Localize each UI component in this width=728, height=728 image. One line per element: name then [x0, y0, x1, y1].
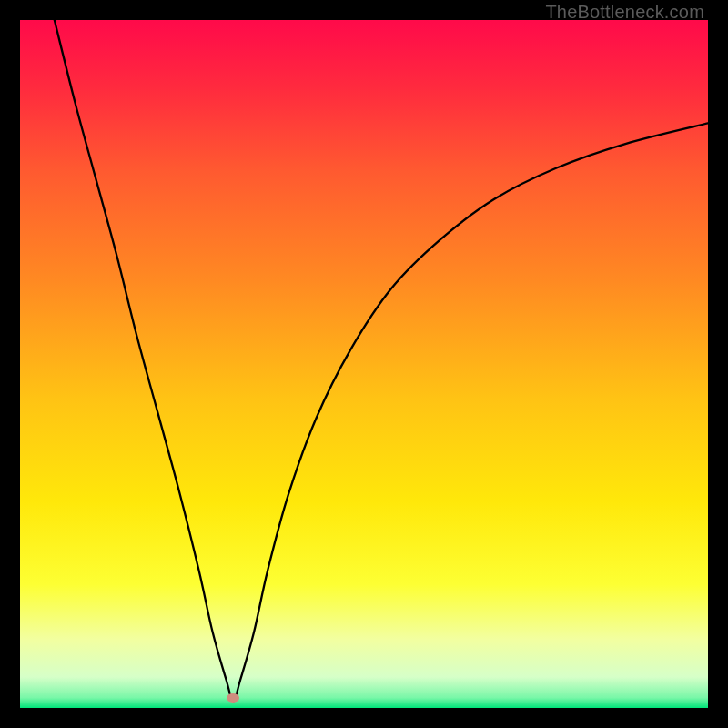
chart-frame: TheBottleneck.com [0, 0, 728, 728]
bottleneck-curve [20, 20, 708, 708]
optimal-point-marker [227, 693, 239, 703]
plot-area [20, 20, 708, 708]
watermark-text: TheBottleneck.com [545, 2, 704, 23]
